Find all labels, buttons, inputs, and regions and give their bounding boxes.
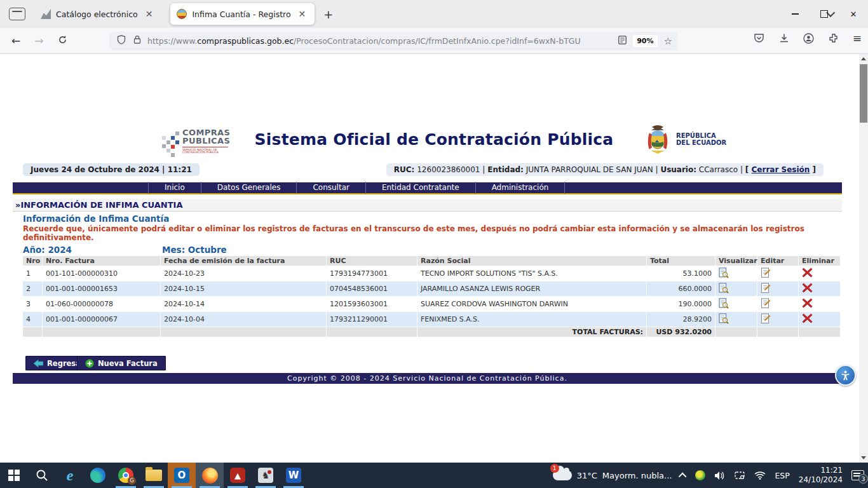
col-ruc: RUC xyxy=(327,256,417,266)
taskbar-edge-icon[interactable] xyxy=(84,463,112,488)
col-razon: Razón Social xyxy=(417,256,646,266)
main-menu: Inicio Datos Generales Consultar Entidad… xyxy=(13,182,842,194)
table-row: 2 001-001-000001653 2024-10-15 070454853… xyxy=(23,281,840,296)
volume-icon[interactable] xyxy=(714,471,725,480)
taskbar: e G O ▲ ♞ W 1 31°C Mayorm. nubla... xyxy=(0,463,868,488)
taskbar-outlook-icon[interactable]: O xyxy=(168,463,196,488)
edit-invoice-button[interactable] xyxy=(757,266,798,281)
system-tray: 1 31°C Mayorm. nubla... ESP 11:21 24/10/… xyxy=(553,466,868,485)
page-scrollbar[interactable] xyxy=(859,54,868,463)
table-row: 1 001-101-000000310 2024-10-23 179319477… xyxy=(23,266,840,281)
url-fade xyxy=(586,36,611,50)
col-visualizar: Visualizar xyxy=(715,256,757,266)
view-invoice-button[interactable] xyxy=(715,297,757,311)
view-invoice-button[interactable] xyxy=(715,281,757,296)
tray-expand-chevron-icon[interactable] xyxy=(679,472,687,480)
col-factura: Nro. Factura xyxy=(43,256,160,266)
zoom-level-badge[interactable]: 90% xyxy=(633,35,657,47)
taskbar-app-icon[interactable]: ♞ xyxy=(252,463,280,488)
table-row: 4 001-001-000000067 2024-10-04 179321129… xyxy=(23,312,840,327)
nueva-factura-button[interactable]: Nueva Factura xyxy=(77,356,166,370)
menu-hamburger-icon[interactable]: ≡ xyxy=(853,32,862,44)
menu-datos-generales[interactable]: Datos Generales xyxy=(201,182,297,194)
url-bar-right: 90% ☆ xyxy=(618,32,677,50)
wifi-icon[interactable] xyxy=(754,471,766,480)
back-button[interactable]: ← xyxy=(11,34,20,47)
tab-close-icon[interactable]: ✕ xyxy=(143,9,156,19)
tab-title: Infima Cuantía - Registro xyxy=(192,10,290,19)
table-header-row: Nro Nro. Factura Fecha de emisión de la … xyxy=(23,256,840,266)
taskbar-word-icon[interactable]: W xyxy=(280,463,308,488)
close-window-button[interactable] xyxy=(839,0,868,28)
taskbar-chrome-icon[interactable]: G xyxy=(112,463,140,488)
gov-logo-line2: DEL ECUADOR xyxy=(676,139,726,147)
tab-manager-icon[interactable] xyxy=(9,8,25,20)
maximize-button[interactable] xyxy=(810,0,839,28)
search-button[interactable] xyxy=(28,463,56,488)
scroll-up-arrow[interactable] xyxy=(859,54,868,64)
url-bar[interactable]: https://www.compraspublicas.gob.ec/Proce… xyxy=(109,32,677,50)
usuario-label: Usuario: xyxy=(660,165,696,174)
usuario-value: CCarrasco xyxy=(699,165,738,174)
menu-administracion[interactable]: Administración xyxy=(475,182,566,194)
taskbar-firefox-icon[interactable] xyxy=(196,463,224,488)
page-content: COMPRAS PUBLICAS SERVICIO NACIONAL DE CO… xyxy=(0,54,859,463)
delete-invoice-button[interactable] xyxy=(799,297,840,311)
taskbar-acrobat-icon[interactable]: ▲ xyxy=(224,463,252,488)
notifications-icon[interactable]: 3 xyxy=(851,470,864,480)
tab-close-icon[interactable]: ✕ xyxy=(296,9,309,19)
antivirus-tray-icon[interactable] xyxy=(695,470,705,480)
weather-widget[interactable]: 1 31°C Mayorm. nubla... xyxy=(553,470,672,480)
accessibility-icon xyxy=(840,370,851,381)
delete-invoice-button[interactable] xyxy=(799,266,840,281)
tracking-shield-icon[interactable] xyxy=(117,35,126,47)
taskbar-ie-icon[interactable]: e xyxy=(56,463,84,488)
scroll-down-arrow[interactable] xyxy=(859,453,868,463)
edit-invoice-button[interactable] xyxy=(757,281,798,296)
edit-invoice-button[interactable] xyxy=(757,297,798,311)
edit-invoice-button[interactable] xyxy=(757,312,798,327)
new-tab-button[interactable]: + xyxy=(323,8,333,21)
clock[interactable]: 11:21 24/10/2024 xyxy=(799,466,843,485)
total-value: USD 932.0200 xyxy=(647,327,715,337)
taskbar-explorer-icon[interactable] xyxy=(140,463,168,488)
accessibility-widget[interactable] xyxy=(835,365,856,386)
view-invoice-button[interactable] xyxy=(715,266,757,281)
catalog-favicon-icon xyxy=(41,9,51,19)
reload-button[interactable] xyxy=(58,35,67,47)
search-icon xyxy=(36,469,48,482)
plus-icon xyxy=(85,359,94,368)
forward-button[interactable]: → xyxy=(34,34,43,47)
lock-icon[interactable] xyxy=(133,35,141,47)
tray-time: 11:21 xyxy=(799,466,843,475)
pocket-icon[interactable] xyxy=(754,32,765,44)
col-nro: Nro xyxy=(23,256,42,266)
year-label: Año: 2024 xyxy=(23,245,72,255)
bookmark-star-icon[interactable]: ☆ xyxy=(664,36,672,47)
table-row: 3 01-060-000000078 2024-10-14 1201593603… xyxy=(23,297,840,311)
col-fecha: Fecha de emisión de la factura xyxy=(161,256,326,266)
ruc-label: RUC: xyxy=(394,165,415,174)
total-label: TOTAL FACTURAS: xyxy=(417,327,646,337)
start-button[interactable] xyxy=(0,463,28,488)
entidad-value: JUNTA PARROQUIAL DE SAN JUAN xyxy=(526,165,653,174)
page-title: Sistema Oficial de Contratación Pública xyxy=(0,130,859,149)
menu-inicio[interactable]: Inicio xyxy=(148,182,201,194)
view-invoice-button[interactable] xyxy=(715,312,757,327)
account-icon[interactable] xyxy=(803,32,815,44)
delete-invoice-button[interactable] xyxy=(799,312,840,327)
menu-entidad-contratante[interactable]: Entidad Contratante xyxy=(365,182,475,194)
downloads-icon[interactable] xyxy=(778,32,790,44)
snip-tray-icon[interactable] xyxy=(734,471,745,480)
minimize-button[interactable] xyxy=(780,0,810,28)
extensions-puzzle-icon[interactable] xyxy=(828,32,839,44)
delete-invoice-button[interactable] xyxy=(799,281,840,296)
menu-consultar[interactable]: Consultar xyxy=(296,182,365,194)
language-indicator[interactable]: ESP xyxy=(775,471,789,480)
logout-link[interactable]: Cerrar Sesión xyxy=(752,165,810,174)
tab-catalogo[interactable]: Catálogo electrónico ✕ xyxy=(34,3,161,25)
tray-date: 24/10/2024 xyxy=(799,475,843,485)
scrollbar-thumb[interactable] xyxy=(860,64,867,123)
tab-infima-cuantia[interactable]: Infima Cuantía - Registro ✕ xyxy=(170,3,315,25)
reader-view-icon[interactable] xyxy=(618,35,627,47)
